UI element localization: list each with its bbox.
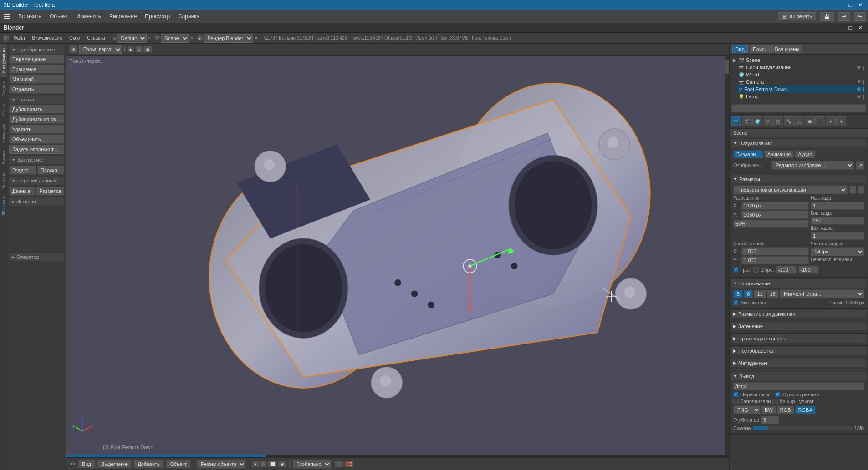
object-btn[interactable]: Объект — [166, 460, 191, 468]
shading-section-header[interactable]: ▶ Затенение — [731, 322, 866, 330]
texture-view-btn[interactable]: ⬜ — [268, 461, 277, 467]
x-resolution-input[interactable] — [741, 202, 809, 210]
menu-insert[interactable]: Вставить — [15, 12, 45, 21]
btn8[interactable]: 8 — [744, 290, 753, 298]
minimize-button[interactable]: ─ — [836, 1, 844, 9]
view-header-btn[interactable]: Вид — [732, 45, 748, 53]
layers-visibility[interactable]: 👁 | — [857, 65, 864, 70]
color-depth-input[interactable] — [761, 416, 779, 424]
render-engine-dropdown[interactable]: Рендер Blender — [204, 34, 253, 43]
pivot-select[interactable]: Глобально — [292, 460, 331, 469]
close-button[interactable]: ✕ — [856, 1, 864, 9]
display-expand-btn[interactable]: ↗ — [856, 161, 864, 170]
scene-close[interactable]: ✕ — [190, 35, 194, 40]
camera-visibility[interactable]: 👁 | — [857, 79, 864, 85]
maximize-button[interactable]: □ — [846, 1, 854, 9]
view-mode-render[interactable]: ◉ — [143, 46, 152, 53]
gran-checkbox[interactable]: ✓ — [733, 267, 739, 273]
sampling-header[interactable]: ▼ Сглаживание — [731, 279, 866, 288]
blender-maximize-button[interactable]: □ — [846, 24, 854, 31]
filter-select[interactable]: Митчел-Нетра... — [780, 289, 864, 298]
blender-minimize-button[interactable]: ─ — [836, 24, 844, 31]
vertical-scrollbar[interactable] — [725, 56, 729, 455]
tab-animation[interactable]: Анимация — [0, 120, 7, 147]
rgb-btn[interactable]: RGB — [777, 406, 794, 414]
interaction-mode-select[interactable]: Режим объекта — [197, 460, 246, 469]
shade-header[interactable]: ▼ Затенение: — [9, 156, 64, 164]
s-btn[interactable]: S — [733, 290, 743, 298]
menu-help[interactable]: Справка — [174, 12, 203, 21]
viz-tab-animation[interactable]: Анимация — [764, 150, 794, 158]
tree-item-foot[interactable]: ▽ Foot Femora Down 👁 | — [737, 86, 866, 93]
presets-add-btn[interactable]: + — [849, 186, 856, 194]
motion-blur-header[interactable]: ▶ Размытие при движении — [731, 310, 866, 318]
join-button[interactable]: Объединить — [9, 135, 64, 144]
viewport-mode-select[interactable]: Польз.-персп. — [79, 45, 122, 54]
viewport-canvas[interactable]: Польз.-персп. — [66, 56, 729, 455]
search-input[interactable] — [731, 104, 866, 112]
props-icon-world[interactable]: 🌍 — [752, 116, 762, 126]
duplicate-button[interactable]: Дублировать — [9, 105, 64, 114]
viz-tab-render[interactable]: Визуали... — [733, 150, 763, 158]
data-button[interactable]: Данные — [9, 187, 35, 196]
data-transfer-header[interactable]: ▼ Перенос данных: — [9, 177, 64, 185]
tab-instruments[interactable]: Инструменты — [0, 44, 7, 77]
tab-relations[interactable]: Связи — [0, 100, 7, 119]
render-view-btn[interactable]: ◉ — [278, 461, 286, 467]
engine-expand[interactable]: ▼ — [254, 35, 259, 40]
aspect-y-input[interactable] — [741, 256, 809, 264]
workspace-dropdown[interactable]: Default — [117, 34, 147, 43]
viz-section-header[interactable]: ▼ Визуализация — [731, 139, 866, 147]
tab-3dprint[interactable]: 3D-печать — [0, 192, 7, 219]
cache-checkbox[interactable] — [772, 399, 778, 404]
move-button[interactable]: Перемещение — [9, 55, 64, 64]
frame-step-input[interactable] — [811, 232, 864, 240]
tab-create[interactable]: Создать — [0, 77, 7, 100]
props-icon-texture[interactable]: ⬛ — [815, 116, 825, 126]
percent-input[interactable] — [733, 220, 809, 228]
solid-view-btn[interactable]: ● — [252, 461, 259, 467]
menu-draw[interactable]: Рисование — [106, 12, 140, 21]
all-samples-checkbox[interactable]: ✓ — [733, 300, 739, 305]
bw-btn[interactable]: BW — [761, 406, 776, 414]
output-path-input[interactable] — [733, 382, 864, 390]
lamp-visibility[interactable]: 👁 | — [857, 94, 864, 99]
duplicate-linked-button[interactable]: Дублировать со св... — [9, 115, 64, 124]
overwrite-checkbox[interactable]: ✓ — [733, 392, 739, 397]
history-header[interactable]: ▶ История — [9, 197, 64, 206]
viz-tab-audio[interactable]: Аудио — [795, 150, 815, 158]
flat-button[interactable]: Плоско — [37, 166, 65, 175]
tree-item-camera[interactable]: 📷 Camera 👁 | — [737, 78, 866, 86]
markup-button[interactable]: Разметка — [36, 187, 64, 196]
menu-object[interactable]: Объект — [46, 12, 72, 21]
props-icon-modifier[interactable]: 🔧 — [784, 116, 794, 126]
blender-menu-file[interactable]: Файл — [11, 35, 28, 41]
props-icon-physics[interactable]: ⊕ — [836, 116, 846, 126]
scene-root-item[interactable]: ▶ 🎬 Scene — [731, 56, 866, 64]
tree-item-lamp[interactable]: 💡 Lamp 👁 | — [737, 93, 866, 100]
view-btn[interactable]: Вид — [78, 460, 95, 468]
redo-button[interactable]: ↪ — [854, 12, 866, 21]
delete-button[interactable]: Удалить — [9, 125, 64, 134]
scale-button[interactable]: Масштаб — [9, 75, 64, 84]
tab-physics[interactable]: Физика — [0, 147, 7, 168]
performance-header[interactable]: ▶ Производительность — [731, 334, 866, 343]
aspect-x-input[interactable] — [741, 247, 809, 255]
output-header[interactable]: ▼ Вывод — [731, 372, 866, 380]
blender-menu-render[interactable]: Визуализация — [30, 35, 65, 41]
presets-select[interactable]: Предустановки визуализации — [733, 185, 848, 194]
metadata-header[interactable]: ▶ Метаданные — [731, 359, 866, 367]
blender-menu-window[interactable]: Окно — [66, 35, 82, 41]
props-icon-render[interactable]: 📷 — [731, 116, 741, 126]
gran-val1[interactable] — [776, 266, 797, 274]
gran-val2[interactable] — [798, 266, 819, 274]
view-mode-solid[interactable]: ● — [127, 46, 134, 53]
display-select[interactable]: Редактор изображе... — [771, 161, 854, 170]
save-button[interactable]: 💾 — [820, 12, 834, 21]
props-icon-material[interactable]: ⬟ — [805, 116, 815, 126]
with-ext-checkbox[interactable]: ✓ — [775, 392, 781, 397]
add-btn[interactable]: Добавить — [133, 460, 164, 468]
scrollbar-thumb[interactable] — [725, 60, 729, 74]
smooth-button[interactable]: Гладко — [9, 166, 36, 175]
rgba-btn[interactable]: RGBA — [795, 406, 816, 414]
